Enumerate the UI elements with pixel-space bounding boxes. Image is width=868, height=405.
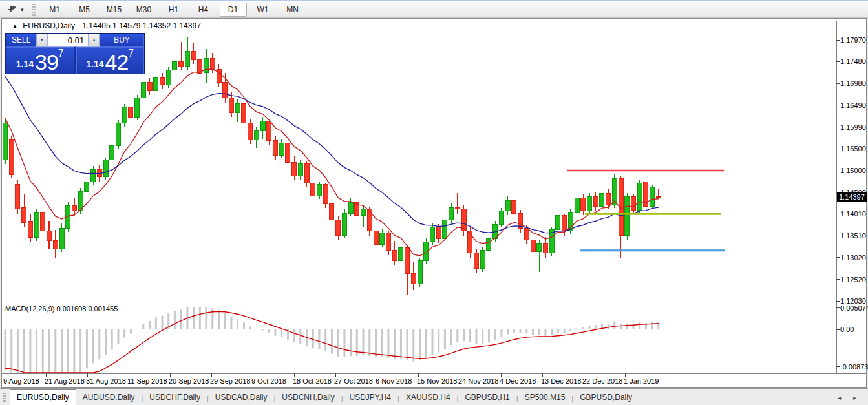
price-axis-label: 1.15500 xyxy=(840,145,868,152)
timeframe-button-mn[interactable]: MN xyxy=(279,3,306,17)
chart-tab-eurusd[interactable]: EURUSD,Daily xyxy=(10,389,76,405)
sell-price-digits: 39 xyxy=(35,52,58,72)
tabbar-grip[interactable] xyxy=(3,393,6,403)
buy-button[interactable]: BUY xyxy=(100,34,144,47)
price-axis-label: 1.15000 xyxy=(840,167,868,174)
price-axis-label: 1.13510 xyxy=(840,232,868,240)
price-axis-label: 1.12520 xyxy=(840,276,868,284)
chart-arrows-icon xyxy=(6,5,17,14)
chart-tab-usdchf[interactable]: USDCHF,Daily xyxy=(143,390,207,405)
macd-axis-label: 0.00 xyxy=(840,326,868,333)
date-axis-label: 11 Sep 2018 xyxy=(127,377,167,385)
chart-tab-gbpusd[interactable]: GBPUSD,H1 xyxy=(458,390,516,405)
timeframe-button-m1[interactable]: M1 xyxy=(41,3,69,17)
volume-decrease-button[interactable]: ▾ xyxy=(36,34,47,47)
one-click-trading-panel: SELL ▾ ▴ BUY 1.14 39 7 1.14 42 7 xyxy=(5,33,145,74)
date-axis-label: 31 Aug 2018 xyxy=(86,377,126,385)
timeframe-button-d1[interactable]: D1 xyxy=(220,3,247,17)
timeframe-button-m5[interactable]: M5 xyxy=(71,3,98,17)
price-axis-label: 1.16980 xyxy=(840,79,868,87)
collapse-triangle-icon[interactable]: ▲ xyxy=(12,23,17,29)
date-axis-label: 24 Nov 2018 xyxy=(458,377,498,385)
price-axis-label: 1.17970 xyxy=(840,36,868,44)
price-axis-label: 1.16490 xyxy=(840,101,868,109)
macd-axis-label: -0.00873 xyxy=(840,363,868,371)
timeframe-button-h4[interactable]: H4 xyxy=(190,3,217,17)
timeframe-button-m30[interactable]: M30 xyxy=(131,3,158,17)
timeframe-button-h1[interactable]: H1 xyxy=(160,3,187,17)
buy-price-prefix: 1.14 xyxy=(86,56,103,72)
date-axis-label: 9 Oct 2018 xyxy=(251,377,286,385)
chart-tools-button[interactable]: ▾ xyxy=(0,5,28,14)
timeframe-toolbar: ▾ M1M5M15M30H1H4D1W1MN xyxy=(0,0,868,18)
chart-tab-usdjpy[interactable]: USDJPY,H4 xyxy=(343,390,397,405)
macd-axis-label: 0.005074 xyxy=(840,304,868,312)
date-axis-label: 13 Dec 2018 xyxy=(541,377,581,385)
chart-tab-bar: EURUSD,DailyAUDUSD,Daily|USDCHF,Daily|US… xyxy=(0,388,868,405)
sell-button[interactable]: SELL xyxy=(6,34,36,47)
date-axis-label: 20 Sep 2018 xyxy=(169,377,209,385)
date-axis-label: 9 Aug 2018 xyxy=(3,377,39,385)
date-axis-label: 1 Jan 2019 xyxy=(624,377,659,385)
chart-tab-xauusd[interactable]: XAUUSD,H4 xyxy=(399,390,457,405)
chart-symbol-label: EURUSD,Daily xyxy=(23,21,75,30)
toolbar-grip[interactable] xyxy=(32,4,36,16)
date-axis-label: 18 Oct 2018 xyxy=(293,377,332,385)
date-axis-label: 6 Nov 2018 xyxy=(376,377,412,385)
volume-input[interactable] xyxy=(47,34,89,47)
price-axis-label: 1.17480 xyxy=(840,57,868,65)
chart-tab-gbpusd[interactable]: GBPUSD,Daily xyxy=(573,390,639,405)
price-axis-label: 1.15990 xyxy=(840,123,868,131)
date-axis-label: 22 Dec 2018 xyxy=(582,377,622,385)
date-axis-label: 15 Nov 2018 xyxy=(417,377,457,385)
timeframe-button-w1[interactable]: W1 xyxy=(249,3,277,17)
date-axis-label: 21 Aug 2018 xyxy=(45,377,85,385)
macd-indicator-label: MACD(12,26,9) 0.001608 0.001455 xyxy=(5,305,118,313)
current-price-badge: 1.14397 xyxy=(837,192,867,202)
chart-tab-audusd[interactable]: AUDUSD,Daily xyxy=(76,390,142,405)
chart-title: ▲ EURUSD,Daily 1.14405 1.14579 1.14352 1… xyxy=(12,21,201,30)
toolbar-separator xyxy=(312,4,312,16)
chart-tab-sp500[interactable]: SP500,M15 xyxy=(518,390,572,405)
chart-tab-usdcad[interactable]: USDCAD,Daily xyxy=(209,390,274,405)
buy-price-digits: 42 xyxy=(105,52,129,72)
date-axis-label: 29 Sep 2018 xyxy=(210,377,250,385)
price-axis-label: 1.13020 xyxy=(840,254,868,262)
chevron-down-icon[interactable]: ▾ xyxy=(21,6,24,13)
date-axis-label: 4 Dec 2018 xyxy=(500,377,536,385)
volume-increase-button[interactable]: ▴ xyxy=(89,34,100,47)
sell-price-prefix: 1.14 xyxy=(16,56,34,72)
tab-scroll-arrows[interactable]: ◂ ▸ xyxy=(838,394,868,405)
timeframe-button-m15[interactable]: M15 xyxy=(101,3,128,17)
date-axis-label: 27 Oct 2018 xyxy=(334,377,373,385)
price-axis-label: 1.14010 xyxy=(840,210,868,218)
sell-price-display[interactable]: 1.14 39 7 xyxy=(6,47,74,74)
chart-ohlc-values: 1.14405 1.14579 1.14352 1.14397 xyxy=(82,21,201,30)
buy-price-display[interactable]: 1.14 42 7 xyxy=(76,47,145,74)
chart-tab-usdcnh[interactable]: USDCNH,Daily xyxy=(275,390,341,405)
sell-price-pip: 7 xyxy=(58,49,64,58)
buy-price-pip: 7 xyxy=(128,49,134,58)
